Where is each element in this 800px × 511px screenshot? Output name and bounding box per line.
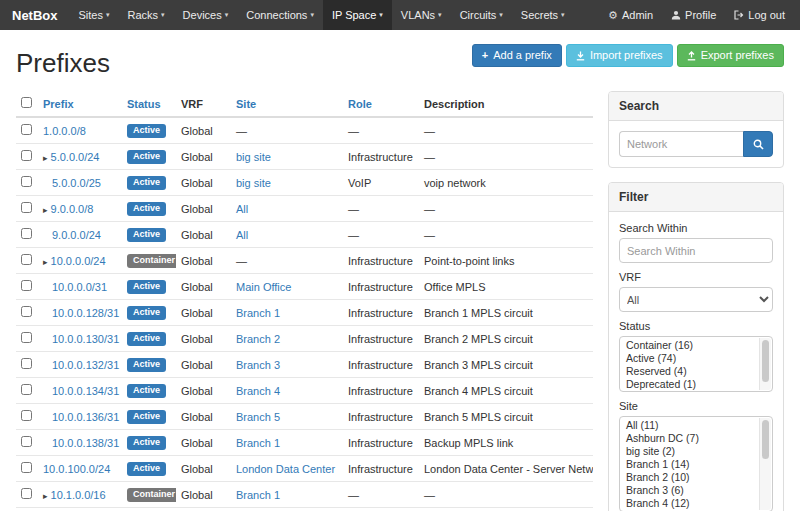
prefix-link[interactable]: 10.0.0.136/31 xyxy=(52,411,119,423)
nav-item-circuits[interactable]: Circuits ▾ xyxy=(451,0,512,30)
description-cell: Branch 1 P2P xyxy=(419,508,593,511)
site-link[interactable]: big site xyxy=(236,151,271,163)
table-row: ▸10.0.0.0/31 Active Global Main Office I… xyxy=(16,274,593,300)
vrf-cell: Global xyxy=(176,430,231,456)
indent-spacer xyxy=(43,394,52,395)
site-link[interactable]: big site xyxy=(236,177,271,189)
site-link[interactable]: All xyxy=(236,203,248,215)
status-badge: Container xyxy=(127,488,176,502)
nav-item-ip-space[interactable]: IP Space ▾ xyxy=(323,0,392,30)
user-menu: ⚙ Admin Profile Log out xyxy=(599,0,794,30)
site-link[interactable]: Branch 1 xyxy=(236,489,280,501)
site-link[interactable]: London Data Center xyxy=(236,463,335,475)
listbox-option[interactable]: Ashburn DC (7) xyxy=(620,432,758,445)
listbox-option[interactable]: Branch 2 (10) xyxy=(620,471,758,484)
status-scrollbar[interactable] xyxy=(759,338,771,390)
row-checkbox[interactable] xyxy=(21,280,32,291)
listbox-option[interactable]: Container (16) xyxy=(620,339,758,352)
vrf-cell: Global xyxy=(176,404,231,430)
scroll-thumb[interactable] xyxy=(762,420,769,459)
row-checkbox[interactable] xyxy=(21,254,32,265)
row-checkbox[interactable] xyxy=(21,332,32,343)
prefix-link[interactable]: 10.0.0.132/31 xyxy=(52,359,119,371)
sort-header-prefix[interactable]: Prefix xyxy=(43,98,74,110)
nav-item-devices[interactable]: Devices ▾ xyxy=(174,0,238,30)
row-checkbox[interactable] xyxy=(21,384,32,395)
search-within-input[interactable] xyxy=(619,238,773,263)
scroll-thumb[interactable] xyxy=(762,340,769,382)
chevron-down-icon: ▾ xyxy=(161,11,165,19)
row-checkbox[interactable] xyxy=(21,488,32,499)
import-prefixes-button[interactable]: Import prefixes xyxy=(566,44,673,67)
prefix-link[interactable]: 9.0.0.0/24 xyxy=(52,229,101,241)
sort-header-status[interactable]: Status xyxy=(127,98,161,110)
nav-item-logout[interactable]: Log out xyxy=(725,0,794,30)
listbox-option[interactable]: Branch 4 (12) xyxy=(620,497,758,510)
prefix-link[interactable]: 10.0.0.130/31 xyxy=(52,333,119,345)
listbox-option[interactable]: Branch 3 (6) xyxy=(620,484,758,497)
nav-item-secrets[interactable]: Secrets ▾ xyxy=(512,0,574,30)
status-badge: Active xyxy=(127,150,166,164)
site-link[interactable]: Branch 4 xyxy=(236,385,280,397)
row-checkbox[interactable] xyxy=(21,306,32,317)
nav-item-vlans[interactable]: VLANs ▾ xyxy=(392,0,451,30)
table-row: ▸10.0.100.0/24 Active Global London Data… xyxy=(16,456,593,482)
prefix-link[interactable]: 10.0.100.0/24 xyxy=(43,463,110,475)
site-link[interactable]: Branch 1 xyxy=(236,437,280,449)
add-prefix-button[interactable]: + Add a prefix xyxy=(472,44,562,67)
prefix-link[interactable]: 10.0.0.128/31 xyxy=(52,307,119,319)
listbox-option[interactable]: big site (2) xyxy=(620,445,758,458)
site-scrollbar[interactable] xyxy=(759,418,771,510)
table-row: ▸10.0.0.132/31 Active Global Branch 3 In… xyxy=(16,352,593,378)
sort-header-site[interactable]: Site xyxy=(236,98,256,110)
brand-link[interactable]: NetBox xyxy=(6,0,70,30)
nav-item-racks[interactable]: Racks ▾ xyxy=(119,0,174,30)
prefix-link[interactable]: 10.0.0.0/24 xyxy=(51,255,106,267)
row-checkbox[interactable] xyxy=(21,410,32,421)
vrf-cell: Global xyxy=(176,326,231,352)
search-button[interactable] xyxy=(743,131,773,157)
row-checkbox[interactable] xyxy=(21,176,32,187)
prefix-link[interactable]: 1.0.0.0/8 xyxy=(43,125,86,137)
prefix-link[interactable]: 5.0.0.0/24 xyxy=(51,151,100,163)
site-listbox[interactable]: All (11)Ashburn DC (7)big site (2)Branch… xyxy=(619,416,773,511)
chevron-down-icon: ▾ xyxy=(310,11,314,19)
status-listbox[interactable]: Container (16)Active (74)Reserved (4)Dep… xyxy=(619,336,773,392)
search-input[interactable] xyxy=(619,131,743,157)
prefix-link[interactable]: 10.1.0.0/16 xyxy=(51,489,106,501)
prefix-link[interactable]: 10.0.0.0/31 xyxy=(52,281,107,293)
site-link[interactable]: All xyxy=(236,229,248,241)
sort-header-role[interactable]: Role xyxy=(348,98,372,110)
listbox-option[interactable]: All (11) xyxy=(620,419,758,432)
nav-item-profile[interactable]: Profile xyxy=(662,0,725,30)
nav-item-connections[interactable]: Connections ▾ xyxy=(237,0,323,30)
listbox-option[interactable]: Branch 1 (14) xyxy=(620,458,758,471)
site-link[interactable]: Branch 1 xyxy=(236,307,280,319)
row-checkbox[interactable] xyxy=(21,436,32,447)
row-checkbox[interactable] xyxy=(21,124,32,135)
indent-spacer xyxy=(43,368,52,369)
nav-item-admin[interactable]: ⚙ Admin xyxy=(599,0,662,30)
prefix-link[interactable]: 10.0.0.138/31 xyxy=(52,437,119,449)
table-row: ▸10.0.0.136/31 Active Global Branch 5 In… xyxy=(16,404,593,430)
listbox-option[interactable]: Reserved (4) xyxy=(620,365,758,378)
export-prefixes-button[interactable]: Export prefixes xyxy=(677,44,784,67)
listbox-option[interactable]: Active (74) xyxy=(620,352,758,365)
prefix-link[interactable]: 9.0.0.0/8 xyxy=(51,203,94,215)
row-checkbox[interactable] xyxy=(21,150,32,161)
site-link[interactable]: Branch 5 xyxy=(236,411,280,423)
nav-item-sites[interactable]: Sites ▾ xyxy=(70,0,119,30)
listbox-option[interactable]: Deprecated (1) xyxy=(620,378,758,391)
row-checkbox[interactable] xyxy=(21,358,32,369)
site-link[interactable]: Main Office xyxy=(236,281,291,293)
row-checkbox[interactable] xyxy=(21,202,32,213)
row-checkbox[interactable] xyxy=(21,462,32,473)
row-checkbox[interactable] xyxy=(21,228,32,239)
select-all-checkbox[interactable] xyxy=(21,97,32,108)
prefix-link[interactable]: 10.0.0.134/31 xyxy=(52,385,119,397)
indent-spacer xyxy=(43,238,52,239)
vrf-select[interactable]: All xyxy=(619,287,773,312)
prefix-link[interactable]: 5.0.0.0/25 xyxy=(52,177,101,189)
site-link[interactable]: Branch 2 xyxy=(236,333,280,345)
site-link[interactable]: Branch 3 xyxy=(236,359,280,371)
